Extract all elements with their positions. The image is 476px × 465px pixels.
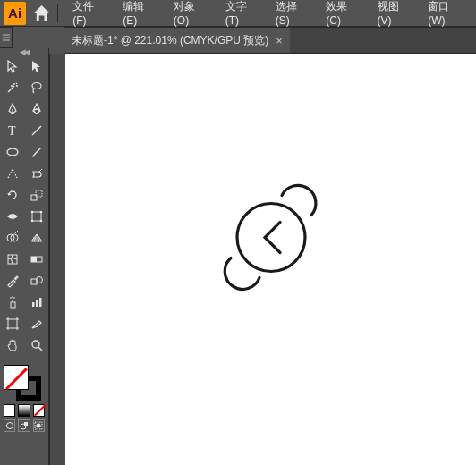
svg-point-3 xyxy=(7,148,18,156)
hand-tool[interactable] xyxy=(0,334,24,356)
menu-type[interactable]: 文字(T) xyxy=(218,0,267,30)
home-icon[interactable] xyxy=(31,3,52,24)
eyedropper-tool[interactable] xyxy=(0,270,24,292)
line-segment-tool[interactable] xyxy=(24,120,48,141)
type-tool[interactable]: T xyxy=(0,120,24,141)
app-logo: Ai xyxy=(4,2,26,25)
artwork-watch-icon xyxy=(195,153,347,326)
color-mode-color[interactable] xyxy=(4,404,15,417)
svg-point-8 xyxy=(30,211,33,214)
document-tab[interactable]: 未标题-1* @ 221.01% (CMYK/GPU 预览) × xyxy=(64,28,290,53)
svg-point-26 xyxy=(6,423,13,429)
eraser-tool[interactable] xyxy=(24,163,48,184)
menu-bar: Ai 文件(F) 编辑(E) 对象(O) 文字(T) 选择(S) 效果(C) 视… xyxy=(0,0,476,27)
svg-rect-16 xyxy=(31,257,37,262)
scale-tool[interactable] xyxy=(24,184,48,206)
selection-tool[interactable] xyxy=(0,55,24,77)
gradient-tool[interactable] xyxy=(24,249,48,270)
width-tool[interactable] xyxy=(0,206,24,227)
zoom-tool[interactable] xyxy=(24,334,48,356)
svg-rect-14 xyxy=(8,255,17,264)
svg-rect-7 xyxy=(32,212,41,221)
slice-tool[interactable] xyxy=(24,313,48,334)
svg-point-10 xyxy=(30,220,33,223)
document-tab-strip: 未标题-1* @ 221.01% (CMYK/GPU 预览) × xyxy=(64,27,476,54)
shaper-tool[interactable] xyxy=(0,163,24,184)
document-tab-title: 未标题-1* @ 221.01% (CMYK/GPU 预览) xyxy=(72,33,268,48)
svg-text:T: T xyxy=(8,124,16,138)
rotate-tool[interactable] xyxy=(0,184,24,206)
svg-point-0 xyxy=(32,83,41,89)
svg-point-18 xyxy=(36,277,42,283)
menu-select[interactable]: 选择(S) xyxy=(268,0,318,30)
mesh-tool[interactable] xyxy=(0,249,24,270)
column-graph-tool[interactable] xyxy=(24,292,48,313)
menu-window[interactable]: 窗口(W) xyxy=(421,0,472,30)
svg-rect-5 xyxy=(31,195,37,200)
draw-normal[interactable] xyxy=(4,419,15,432)
svg-point-9 xyxy=(39,211,42,214)
menu-object[interactable]: 对象(O) xyxy=(166,0,217,30)
tools-panel: ◀◀ T xyxy=(0,48,49,465)
paintbrush-tool[interactable] xyxy=(24,141,48,163)
draw-behind[interactable] xyxy=(18,419,30,432)
pen-tool[interactable] xyxy=(0,98,24,120)
svg-point-30 xyxy=(37,424,41,428)
svg-rect-28 xyxy=(24,422,28,426)
menu-edit[interactable]: 编辑(E) xyxy=(115,0,165,30)
color-mode-none[interactable] xyxy=(33,404,45,417)
draw-mode-row xyxy=(0,417,48,435)
svg-rect-21 xyxy=(36,300,38,307)
svg-point-11 xyxy=(39,220,42,223)
draw-inside[interactable] xyxy=(33,419,45,432)
fill-stroke-swatch[interactable] xyxy=(0,361,48,402)
ellipse-tool[interactable] xyxy=(0,141,24,163)
menu-separator xyxy=(57,4,58,22)
svg-line-25 xyxy=(38,347,42,351)
direct-selection-tool[interactable] xyxy=(24,55,48,77)
canvas-area xyxy=(49,54,476,465)
perspective-grid-tool[interactable] xyxy=(24,227,48,249)
svg-rect-23 xyxy=(8,319,17,328)
svg-rect-22 xyxy=(39,298,42,307)
symbol-sprayer-tool[interactable] xyxy=(0,292,24,313)
menu-effect[interactable]: 效果(C) xyxy=(319,0,368,30)
close-icon[interactable]: × xyxy=(276,34,283,47)
svg-rect-19 xyxy=(11,302,15,308)
artboard[interactable] xyxy=(65,54,476,465)
shape-builder-tool[interactable] xyxy=(0,227,24,249)
fill-swatch[interactable] xyxy=(4,365,29,390)
svg-point-31 xyxy=(237,204,305,272)
free-transform-tool[interactable] xyxy=(24,206,48,227)
menu-file[interactable]: 文件(F) xyxy=(65,0,114,30)
menu-view[interactable]: 视图(V) xyxy=(370,0,420,30)
lasso-tool[interactable] xyxy=(24,77,48,98)
curvature-tool[interactable] xyxy=(24,98,48,120)
svg-point-24 xyxy=(32,341,39,348)
artboard-tool[interactable] xyxy=(0,313,24,334)
color-mode-row xyxy=(0,402,48,417)
magic-wand-tool[interactable] xyxy=(0,77,24,98)
svg-rect-20 xyxy=(32,302,35,307)
svg-line-2 xyxy=(32,126,41,135)
canvas-gutter xyxy=(50,54,65,465)
blend-tool[interactable] xyxy=(24,270,48,292)
tools-panel-header[interactable]: ◀◀ xyxy=(0,48,48,55)
color-mode-gradient[interactable] xyxy=(18,404,30,417)
panel-collapse-grip[interactable] xyxy=(0,27,13,48)
